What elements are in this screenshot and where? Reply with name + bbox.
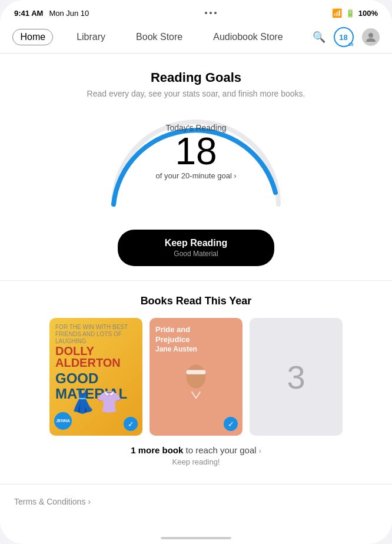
home-indicator	[161, 537, 231, 539]
goal-message-part2: to reach your goal	[183, 445, 256, 455]
svg-rect-2	[187, 370, 206, 374]
gauge-number: 18	[156, 132, 237, 170]
nav-audiobook[interactable]: Audiobook Store	[206, 29, 290, 45]
gauge-text: Today's Reading 18 of your 20-minute goa…	[156, 123, 237, 180]
books-grid: FOR THE WIN WITH BEST FRIENDS AND LOTS O…	[12, 318, 380, 436]
reading-badge[interactable]: 18 20	[334, 27, 354, 47]
nav-bar: Home Library Book Store Audiobook Store …	[0, 21, 392, 54]
search-icon[interactable]: 🔍	[313, 31, 325, 44]
books-section: Books Read This Year FOR THE WIN WITH BE…	[0, 295, 392, 466]
goal-message: 1 more book to reach your goal ›	[12, 445, 380, 455]
status-date: Mon Jun 10	[49, 9, 89, 18]
terms-conditions-link[interactable]: Terms & Conditions ›	[14, 497, 91, 506]
terms-chevron: ›	[88, 497, 91, 506]
battery-percent: 100%	[358, 9, 378, 18]
badge-number: 18	[339, 33, 347, 42]
books-section-title: Books Read This Year	[12, 295, 380, 307]
nav-bookstore[interactable]: Book Store	[129, 29, 190, 45]
book-pp-figure	[155, 357, 237, 429]
main-content: Reading Goals Read every day, see your s…	[0, 54, 392, 543]
terms-label: Terms & Conditions	[14, 497, 85, 506]
nav-icons: 🔍 18 20	[313, 27, 380, 47]
jenna-badge: JENNA	[54, 412, 72, 430]
status-bar: 9:41 AM Mon Jun 10 📶 🔋 100%	[0, 0, 392, 21]
status-time: 9:41 AM	[14, 9, 43, 18]
keep-reading-button[interactable]: Keep Reading Good Material	[118, 230, 275, 266]
book-pp-author: Jane Austen	[155, 345, 237, 353]
book-pp-title: Pride andPrejudice	[155, 325, 237, 345]
svg-point-0	[368, 33, 373, 38]
placeholder-number: 3	[287, 358, 305, 396]
keep-reading-book: Good Material	[174, 250, 218, 258]
section-divider	[0, 280, 392, 281]
badge-sub: 20	[348, 42, 354, 47]
footer-section: Terms & Conditions ›	[0, 484, 392, 519]
nav-home[interactable]: Home	[12, 29, 53, 45]
keep-reading-label: Keep Reading	[165, 238, 228, 248]
goal-chevron: ›	[234, 172, 236, 180]
status-dots	[205, 12, 217, 14]
nav-library[interactable]: Library	[69, 29, 112, 45]
goal-chevron-2: ›	[259, 447, 261, 455]
book-placeholder[interactable]: 3	[250, 318, 343, 436]
battery-icon: 🔋	[346, 9, 355, 18]
reading-gauge: Today's Reading 18 of your 20-minute goa…	[102, 110, 290, 213]
wifi-icon: 📶	[332, 8, 342, 18]
goal-message-part1: 1 more book	[131, 445, 183, 455]
keep-reading-hint: Keep reading!	[12, 457, 380, 466]
book-good-material[interactable]: FOR THE WIN WITH BEST FRIENDS AND LOTS O…	[49, 318, 142, 436]
reading-goals-subtitle: Read every day, see your stats soar, and…	[14, 89, 378, 98]
book-checkmark-2: ✓	[224, 417, 238, 431]
status-right: 📶 🔋 100%	[332, 8, 378, 18]
svg-point-1	[187, 364, 206, 388]
book-checkmark-1: ✓	[124, 417, 138, 431]
gauge-goal: of your 20-minute goal ›	[156, 171, 237, 180]
reading-goals-title: Reading Goals	[14, 70, 378, 85]
profile-icon[interactable]	[362, 28, 380, 46]
reading-goals-section: Reading Goals Read every day, see your s…	[0, 54, 392, 280]
book-pride-prejudice[interactable]: Pride andPrejudice Jane Austen	[150, 318, 242, 436]
